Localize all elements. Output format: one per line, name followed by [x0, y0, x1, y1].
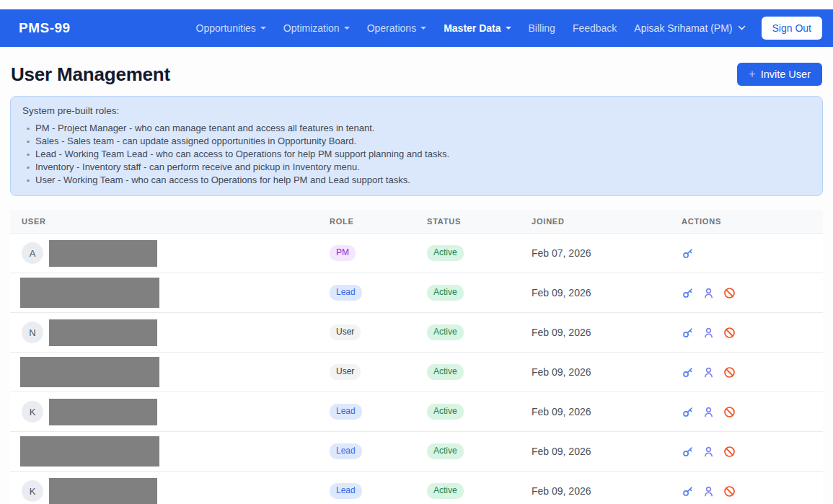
role-badge: PM — [330, 245, 356, 261]
nav-item-optimization[interactable]: Optimization — [275, 17, 358, 40]
status-cell: Active — [415, 364, 520, 380]
key-icon[interactable] — [682, 446, 694, 458]
page-content: User Management + Invite User System pre… — [0, 47, 833, 504]
joined-date: Feb 09, 2026 — [520, 485, 670, 497]
table-row: KLeadActiveFeb 09, 2026 — [10, 392, 823, 432]
block-icon[interactable] — [723, 485, 736, 498]
user-cell: N — [10, 319, 318, 346]
table-row: KLeadActiveFeb 09, 2026 — [10, 472, 823, 504]
status-cell: Active — [415, 285, 520, 301]
role-description-item: Sales - Sales team - can update assigned… — [22, 135, 811, 148]
user-menu-label: Apisak Srihamat (PM) — [634, 22, 732, 34]
status-badge: Active — [427, 285, 464, 301]
chevron-down-icon — [738, 25, 746, 31]
status-badge: Active — [427, 324, 464, 340]
actions-cell — [670, 327, 823, 339]
role-badge: Lead — [330, 404, 362, 420]
nav-item-opportunities[interactable]: Opportunities — [188, 17, 275, 40]
navbar: PMS-99 OpportunitiesOptimizationOperatio… — [0, 9, 833, 47]
key-icon[interactable] — [682, 327, 694, 339]
column-header-joined: JOINED — [520, 210, 670, 233]
brand-logo[interactable]: PMS-99 — [19, 20, 71, 36]
role-badge: Lead — [330, 443, 362, 459]
status-badge: Active — [427, 245, 464, 261]
page-title: User Management — [11, 63, 170, 86]
role-cell: Lead — [318, 483, 415, 499]
sign-out-button[interactable]: Sign Out — [762, 17, 822, 40]
user-menu[interactable]: Apisak Srihamat (PM) — [625, 17, 754, 40]
block-icon[interactable] — [723, 366, 736, 379]
block-icon[interactable] — [723, 446, 736, 458]
nav-item-label: Master Data — [444, 22, 501, 34]
block-icon[interactable] — [723, 406, 736, 418]
user-cell: K — [10, 478, 318, 504]
nav-item-operations[interactable]: Operations — [358, 17, 435, 40]
roles-info-list: PM - Project Manager - who can manage te… — [22, 122, 811, 187]
table-body: APMActiveFeb 07, 2026LeadActiveFeb 09, 2… — [10, 234, 823, 504]
nav-item-billing[interactable]: Billing — [520, 17, 564, 40]
nav-item-label: Opportunities — [196, 22, 256, 34]
redacted-user-info — [20, 278, 159, 308]
user-cell — [10, 357, 318, 387]
actions-cell — [670, 446, 823, 458]
table-row: LeadActiveFeb 09, 2026 — [10, 432, 823, 472]
plus-icon: + — [749, 68, 755, 80]
nav-item-label: Billing — [529, 22, 555, 34]
joined-date: Feb 09, 2026 — [520, 406, 670, 417]
status-badge: Active — [427, 443, 464, 459]
key-icon[interactable] — [682, 406, 694, 418]
block-icon[interactable] — [723, 327, 736, 339]
actions-cell — [670, 406, 823, 418]
actions-cell — [670, 247, 823, 260]
status-badge: Active — [427, 364, 464, 380]
avatar: N — [22, 322, 43, 343]
nav-item-label: Operations — [367, 22, 416, 34]
nav-item-feedback[interactable]: Feedback — [564, 17, 625, 40]
joined-date: Feb 09, 2026 — [520, 327, 670, 338]
status-cell: Active — [415, 404, 520, 420]
person-icon[interactable] — [702, 406, 715, 418]
key-icon[interactable] — [682, 247, 694, 260]
user-cell: K — [10, 399, 318, 425]
person-icon[interactable] — [702, 485, 715, 498]
user-cell: A — [10, 240, 318, 267]
roles-info-box: System pre-built roles: PM - Project Man… — [10, 96, 823, 196]
joined-date: Feb 09, 2026 — [520, 446, 670, 457]
key-icon[interactable] — [682, 366, 694, 379]
block-icon[interactable] — [723, 287, 736, 299]
nav-items: OpportunitiesOptimizationOperationsMaste… — [188, 17, 626, 40]
caret-down-icon — [506, 27, 511, 30]
redacted-user-info — [49, 319, 157, 346]
role-badge: Lead — [330, 483, 362, 499]
status-cell: Active — [415, 324, 520, 340]
person-icon[interactable] — [702, 446, 715, 458]
table-header-row: USERROLESTATUSJOINEDACTIONS — [10, 210, 823, 234]
person-icon[interactable] — [702, 366, 715, 379]
nav-item-master-data[interactable]: Master Data — [435, 17, 519, 40]
users-table: USERROLESTATUSJOINEDACTIONS APMActiveFeb… — [10, 210, 823, 504]
role-badge: Lead — [330, 285, 362, 301]
role-description-item: User - Working Team - who can access to … — [22, 174, 811, 187]
person-icon[interactable] — [702, 287, 715, 299]
key-icon[interactable] — [682, 287, 694, 299]
page-header: User Management + Invite User — [0, 47, 833, 86]
redacted-user-info — [49, 478, 157, 504]
user-cell — [10, 436, 318, 467]
column-header-status: STATUS — [415, 210, 520, 233]
role-cell: Lead — [318, 285, 415, 301]
key-icon[interactable] — [682, 485, 694, 498]
status-badge: Active — [427, 404, 464, 420]
invite-user-button[interactable]: + Invite User — [737, 63, 822, 86]
status-cell: Active — [415, 483, 520, 499]
role-cell: User — [318, 324, 415, 340]
table-row: NUserActiveFeb 09, 2026 — [10, 313, 823, 353]
person-icon[interactable] — [702, 327, 715, 339]
status-badge: Active — [427, 483, 464, 499]
joined-date: Feb 09, 2026 — [520, 366, 670, 378]
avatar: A — [22, 242, 43, 264]
avatar: K — [22, 401, 43, 423]
roles-info-title: System pre-built roles: — [22, 105, 811, 116]
status-cell: Active — [415, 443, 520, 459]
joined-date: Feb 09, 2026 — [520, 287, 670, 299]
role-description-item: PM - Project Manager - who can manage te… — [22, 122, 811, 135]
